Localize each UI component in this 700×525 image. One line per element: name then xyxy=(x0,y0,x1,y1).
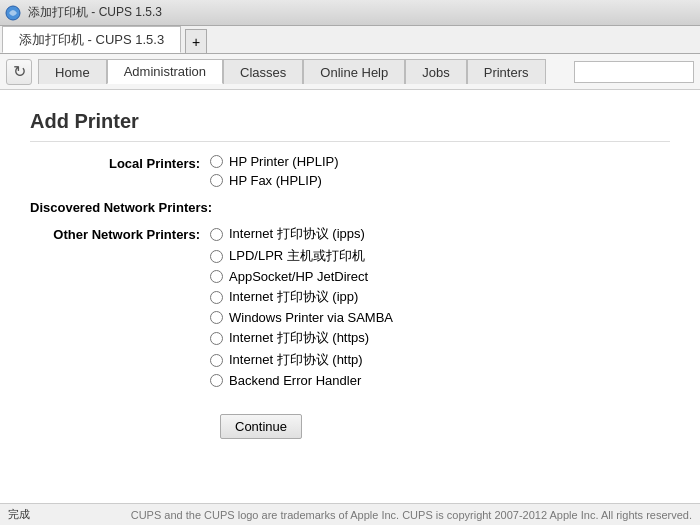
radio-hp-fax-input[interactable] xyxy=(210,174,223,187)
tab-online-help[interactable]: Online Help xyxy=(303,59,405,84)
nav-bar: ↻ Home Administration Classes Online Hel… xyxy=(0,54,700,90)
radio-https[interactable]: Internet 打印协议 (https) xyxy=(210,329,393,347)
tab-home[interactable]: Home xyxy=(38,59,107,84)
radio-jetdirect-input[interactable] xyxy=(210,270,223,283)
discovered-network-row: Discovered Network Printers: xyxy=(30,198,670,215)
radio-samba-input[interactable] xyxy=(210,311,223,324)
radio-lpd[interactable]: LPD/LPR 主机或打印机 xyxy=(210,247,393,265)
page-title: Add Printer xyxy=(30,110,670,142)
radio-ipps[interactable]: Internet 打印协议 (ipps) xyxy=(210,225,393,243)
continue-button[interactable]: Continue xyxy=(220,414,302,439)
tab-bar: 添加打印机 - CUPS 1.5.3 + xyxy=(0,26,700,54)
other-network-options: Internet 打印协议 (ipps) LPD/LPR 主机或打印机 AppS… xyxy=(210,225,393,388)
radio-backend-error[interactable]: Backend Error Handler xyxy=(210,373,393,388)
main-content: Add Printer Local Printers: HP Printer (… xyxy=(0,90,700,503)
local-printers-options: HP Printer (HPLIP) HP Fax (HPLIP) xyxy=(210,154,339,188)
title-bar: 添加打印机 - CUPS 1.5.3 xyxy=(0,0,700,26)
radio-ipp[interactable]: Internet 打印协议 (ipp) xyxy=(210,288,393,306)
status-bar: 完成 CUPS and the CUPS logo are trademarks… xyxy=(0,503,700,525)
discovered-network-label: Discovered Network Printers: xyxy=(30,198,222,215)
radio-ipps-input[interactable] xyxy=(210,228,223,241)
radio-jetdirect[interactable]: AppSocket/HP JetDirect xyxy=(210,269,393,284)
other-network-label: Other Network Printers: xyxy=(30,225,210,242)
radio-hp-printer[interactable]: HP Printer (HPLIP) xyxy=(210,154,339,169)
browser-tab-active[interactable]: 添加打印机 - CUPS 1.5.3 xyxy=(2,26,181,53)
tab-classes[interactable]: Classes xyxy=(223,59,303,84)
search-input[interactable] xyxy=(574,61,694,83)
status-right: CUPS and the CUPS logo are trademarks of… xyxy=(131,509,692,521)
radio-ipp-input[interactable] xyxy=(210,291,223,304)
tab-administration[interactable]: Administration xyxy=(107,59,223,84)
radio-backend-error-input[interactable] xyxy=(210,374,223,387)
new-tab-button[interactable]: + xyxy=(185,29,207,53)
tab-jobs[interactable]: Jobs xyxy=(405,59,466,84)
other-network-row: Other Network Printers: Internet 打印协议 (i… xyxy=(30,225,670,388)
local-printers-row: Local Printers: HP Printer (HPLIP) HP Fa… xyxy=(30,154,670,188)
nav-tabs: Home Administration Classes Online Help … xyxy=(38,59,568,84)
radio-hp-fax[interactable]: HP Fax (HPLIP) xyxy=(210,173,339,188)
continue-button-row: Continue xyxy=(30,398,670,439)
tab-printers[interactable]: Printers xyxy=(467,59,546,84)
radio-http[interactable]: Internet 打印协议 (http) xyxy=(210,351,393,369)
radio-http-input[interactable] xyxy=(210,354,223,367)
local-printers-label: Local Printers: xyxy=(30,154,210,171)
radio-lpd-input[interactable] xyxy=(210,250,223,263)
browser-icon xyxy=(4,4,22,22)
window-title: 添加打印机 - CUPS 1.5.3 xyxy=(28,4,162,21)
radio-hp-printer-input[interactable] xyxy=(210,155,223,168)
refresh-button[interactable]: ↻ xyxy=(6,59,32,85)
status-left: 完成 xyxy=(8,507,30,522)
radio-https-input[interactable] xyxy=(210,332,223,345)
radio-samba[interactable]: Windows Printer via SAMBA xyxy=(210,310,393,325)
